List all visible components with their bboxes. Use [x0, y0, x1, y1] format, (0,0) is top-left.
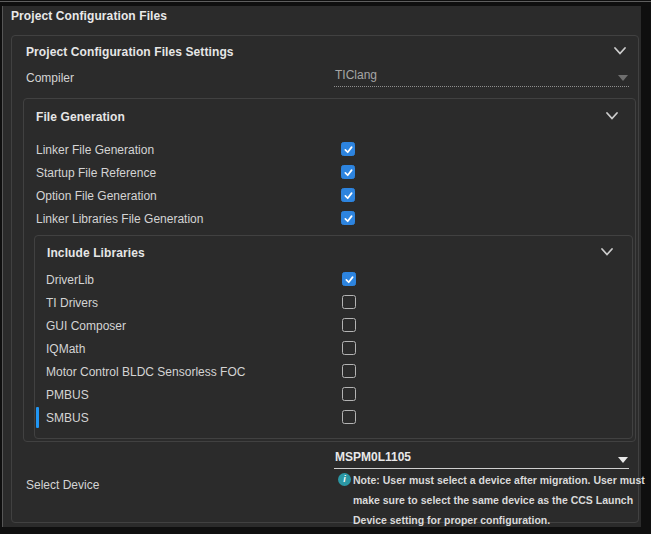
checkbox-row: DriverLib: [35, 272, 632, 290]
row-label: Linker File Generation: [36, 143, 154, 157]
device-note: i Note: User must select a device after …: [338, 470, 631, 530]
dropdown-arrow-icon: [618, 75, 628, 81]
file-generation-title: File Generation: [36, 110, 125, 124]
row-label: DriverLib: [46, 273, 94, 287]
checkbox-checked[interactable]: [342, 272, 356, 286]
row-label: TI Drivers: [46, 296, 98, 310]
checkbox-unchecked[interactable]: [342, 387, 356, 401]
settings-panel-title: Project Configuration Files Settings: [26, 45, 234, 59]
row-label: SMBUS: [46, 411, 89, 425]
checkbox-row: TI Drivers: [35, 295, 632, 313]
select-device-value: MSPM0L1105: [335, 450, 411, 464]
note-line: Device setting for proper configuration.: [353, 510, 631, 530]
checkbox-row: IQMath: [35, 341, 632, 359]
chevron-down-icon[interactable]: [605, 110, 619, 122]
select-device-dropdown[interactable]: MSPM0L1105: [334, 449, 629, 469]
checkbox-row: Option File Generation: [24, 188, 635, 206]
info-icon: i: [338, 473, 351, 486]
properties-pane: Project Configuration Files Project Conf…: [2, 6, 641, 527]
include-libraries-panel: Include Libraries DriverLib TI Drivers: [34, 235, 633, 439]
dropdown-arrow-icon: [618, 457, 628, 463]
checkbox-unchecked[interactable]: [342, 318, 356, 332]
row-label: Motor Control BLDC Sensorless FOC: [46, 365, 245, 379]
include-libraries-title: Include Libraries: [47, 246, 145, 260]
checkbox-row: Startup File Reference: [24, 165, 635, 183]
chevron-down-icon[interactable]: [613, 45, 627, 57]
compiler-label: Compiler: [26, 71, 74, 85]
row-label: IQMath: [46, 342, 85, 356]
checkbox-row: GUI Composer: [35, 318, 632, 336]
row-label: Option File Generation: [36, 189, 157, 203]
checkbox-row: Motor Control BLDC Sensorless FOC: [35, 364, 632, 382]
selection-indicator-bar: [36, 407, 39, 428]
checkbox-unchecked[interactable]: [342, 295, 356, 309]
compiler-value: TIClang: [335, 68, 377, 82]
settings-panel: Project Configuration Files Settings Com…: [11, 35, 639, 523]
compiler-dropdown[interactable]: TIClang: [334, 67, 629, 87]
row-label: Linker Libraries File Generation: [36, 212, 203, 226]
checkbox-row-selected: SMBUS: [35, 410, 632, 428]
page-title: Project Configuration Files: [11, 9, 167, 23]
checkbox-checked[interactable]: [341, 211, 355, 225]
checkbox-unchecked[interactable]: [342, 364, 356, 378]
chevron-down-icon[interactable]: [600, 246, 614, 258]
checkbox-checked[interactable]: [341, 142, 355, 156]
select-device-label: Select Device: [26, 478, 99, 492]
checkbox-row: Linker File Generation: [24, 142, 635, 160]
row-label: GUI Composer: [46, 319, 126, 333]
row-label: PMBUS: [46, 388, 89, 402]
file-generation-panel: File Generation Linker File Generation S…: [23, 98, 636, 442]
row-label: Startup File Reference: [36, 166, 156, 180]
checkbox-row: Linker Libraries File Generation: [24, 211, 635, 229]
note-line: Note: User must select a device after mi…: [353, 470, 631, 490]
checkbox-unchecked[interactable]: [342, 341, 356, 355]
checkbox-unchecked[interactable]: [342, 410, 356, 424]
checkbox-checked[interactable]: [341, 165, 355, 179]
checkbox-checked[interactable]: [341, 188, 355, 202]
top-divider: [0, 1, 651, 2]
note-line: make sure to select the same device as t…: [353, 490, 631, 510]
project-configuration-files-screen: Project Configuration Files Project Conf…: [0, 0, 651, 534]
checkbox-row: PMBUS: [35, 387, 632, 405]
